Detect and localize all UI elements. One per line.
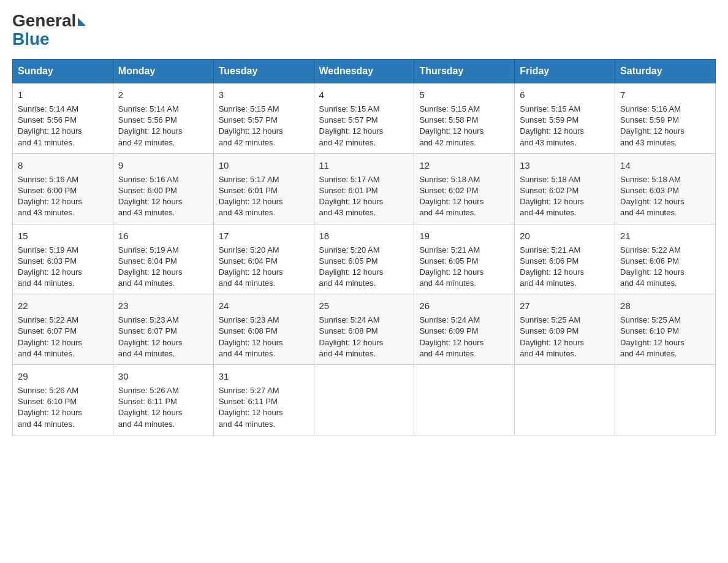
day-info: Sunrise: 5:15 AMSunset: 5:57 PMDaylight:… — [319, 104, 384, 147]
column-header-thursday: Thursday — [414, 59, 515, 83]
day-info: Sunrise: 5:27 AMSunset: 6:11 PMDaylight:… — [219, 386, 283, 429]
page-header: General Blue — [12, 12, 716, 49]
column-header-friday: Friday — [515, 59, 615, 83]
calendar-cell — [414, 365, 515, 435]
calendar-cell: 21 Sunrise: 5:22 AMSunset: 6:06 PMDaylig… — [615, 224, 716, 294]
day-info: Sunrise: 5:19 AMSunset: 6:03 PMDaylight:… — [18, 245, 82, 288]
calendar-cell: 8 Sunrise: 5:16 AMSunset: 6:00 PMDayligh… — [13, 153, 113, 224]
column-header-wednesday: Wednesday — [314, 59, 414, 83]
day-number: 12 — [419, 159, 509, 172]
day-number: 24 — [219, 299, 309, 312]
day-number: 23 — [118, 299, 208, 312]
logo: General Blue — [12, 12, 86, 49]
day-info: Sunrise: 5:18 AMSunset: 6:02 PMDaylight:… — [419, 175, 483, 218]
day-number: 3 — [219, 88, 309, 101]
calendar-cell: 16 Sunrise: 5:19 AMSunset: 6:04 PMDaylig… — [113, 224, 213, 294]
day-number: 5 — [419, 88, 509, 101]
calendar-cell: 6 Sunrise: 5:15 AMSunset: 5:59 PMDayligh… — [515, 83, 615, 154]
day-info: Sunrise: 5:16 AMSunset: 6:00 PMDaylight:… — [18, 175, 82, 218]
calendar-cell: 3 Sunrise: 5:15 AMSunset: 5:57 PMDayligh… — [213, 83, 314, 154]
calendar-cell: 24 Sunrise: 5:23 AMSunset: 6:08 PMDaylig… — [213, 294, 314, 365]
day-info: Sunrise: 5:18 AMSunset: 6:02 PMDaylight:… — [520, 175, 584, 218]
calendar-week-row: 8 Sunrise: 5:16 AMSunset: 6:00 PMDayligh… — [13, 153, 716, 224]
day-info: Sunrise: 5:17 AMSunset: 6:01 PMDaylight:… — [219, 175, 283, 218]
day-number: 16 — [118, 229, 208, 242]
day-info: Sunrise: 5:20 AMSunset: 6:05 PMDaylight:… — [319, 245, 384, 288]
day-number: 9 — [118, 159, 208, 172]
day-number: 17 — [219, 229, 309, 242]
logo-blue-text: Blue — [12, 29, 50, 49]
day-number: 14 — [620, 159, 710, 172]
calendar-cell: 9 Sunrise: 5:16 AMSunset: 6:00 PMDayligh… — [113, 153, 213, 224]
day-number: 13 — [520, 159, 610, 172]
column-header-monday: Monday — [113, 59, 213, 83]
day-number: 2 — [118, 88, 208, 101]
day-number: 21 — [620, 229, 710, 242]
day-number: 31 — [219, 370, 309, 383]
column-header-tuesday: Tuesday — [213, 59, 314, 83]
day-info: Sunrise: 5:18 AMSunset: 6:03 PMDaylight:… — [620, 175, 684, 218]
day-info: Sunrise: 5:25 AMSunset: 6:09 PMDaylight:… — [520, 315, 584, 358]
day-info: Sunrise: 5:23 AMSunset: 6:07 PMDaylight:… — [118, 315, 183, 358]
day-number: 30 — [118, 370, 208, 383]
logo-general-text: General — [12, 12, 86, 29]
calendar-cell: 1 Sunrise: 5:14 AMSunset: 5:56 PMDayligh… — [13, 83, 113, 154]
calendar-cell: 5 Sunrise: 5:15 AMSunset: 5:58 PMDayligh… — [414, 83, 515, 154]
day-info: Sunrise: 5:16 AMSunset: 6:00 PMDaylight:… — [118, 175, 183, 218]
calendar-cell: 20 Sunrise: 5:21 AMSunset: 6:06 PMDaylig… — [515, 224, 615, 294]
day-number: 7 — [620, 88, 710, 101]
day-info: Sunrise: 5:24 AMSunset: 6:09 PMDaylight:… — [419, 315, 483, 358]
calendar-cell — [615, 365, 716, 435]
day-info: Sunrise: 5:17 AMSunset: 6:01 PMDaylight:… — [319, 175, 384, 218]
day-number: 27 — [520, 299, 610, 312]
day-number: 26 — [419, 299, 509, 312]
calendar-cell: 2 Sunrise: 5:14 AMSunset: 5:56 PMDayligh… — [113, 83, 213, 154]
calendar-cell: 18 Sunrise: 5:20 AMSunset: 6:05 PMDaylig… — [314, 224, 414, 294]
day-number: 4 — [319, 88, 409, 101]
day-info: Sunrise: 5:21 AMSunset: 6:05 PMDaylight:… — [419, 245, 483, 288]
day-info: Sunrise: 5:16 AMSunset: 5:59 PMDaylight:… — [620, 104, 684, 147]
day-info: Sunrise: 5:15 AMSunset: 5:57 PMDaylight:… — [219, 104, 283, 147]
calendar-cell: 12 Sunrise: 5:18 AMSunset: 6:02 PMDaylig… — [414, 153, 515, 224]
day-number: 6 — [520, 88, 610, 101]
day-info: Sunrise: 5:26 AMSunset: 6:10 PMDaylight:… — [18, 386, 82, 429]
day-info: Sunrise: 5:23 AMSunset: 6:08 PMDaylight:… — [219, 315, 283, 358]
day-number: 1 — [18, 88, 108, 101]
day-number: 22 — [18, 299, 108, 312]
calendar-cell: 19 Sunrise: 5:21 AMSunset: 6:05 PMDaylig… — [414, 224, 515, 294]
day-number: 8 — [18, 159, 108, 172]
day-info: Sunrise: 5:24 AMSunset: 6:08 PMDaylight:… — [319, 315, 384, 358]
column-header-sunday: Sunday — [13, 59, 113, 83]
day-info: Sunrise: 5:22 AMSunset: 6:07 PMDaylight:… — [18, 315, 82, 358]
calendar-cell — [314, 365, 414, 435]
calendar-week-row: 15 Sunrise: 5:19 AMSunset: 6:03 PMDaylig… — [13, 224, 716, 294]
calendar-cell: 26 Sunrise: 5:24 AMSunset: 6:09 PMDaylig… — [414, 294, 515, 365]
calendar-cell: 11 Sunrise: 5:17 AMSunset: 6:01 PMDaylig… — [314, 153, 414, 224]
calendar-week-row: 29 Sunrise: 5:26 AMSunset: 6:10 PMDaylig… — [13, 365, 716, 435]
calendar-cell: 27 Sunrise: 5:25 AMSunset: 6:09 PMDaylig… — [515, 294, 615, 365]
calendar-cell: 4 Sunrise: 5:15 AMSunset: 5:57 PMDayligh… — [314, 83, 414, 154]
day-info: Sunrise: 5:14 AMSunset: 5:56 PMDaylight:… — [18, 104, 82, 147]
day-info: Sunrise: 5:26 AMSunset: 6:11 PMDaylight:… — [118, 386, 183, 429]
day-info: Sunrise: 5:21 AMSunset: 6:06 PMDaylight:… — [520, 245, 584, 288]
day-info: Sunrise: 5:19 AMSunset: 6:04 PMDaylight:… — [118, 245, 183, 288]
calendar-cell: 23 Sunrise: 5:23 AMSunset: 6:07 PMDaylig… — [113, 294, 213, 365]
day-info: Sunrise: 5:15 AMSunset: 5:59 PMDaylight:… — [520, 104, 584, 147]
calendar-week-row: 1 Sunrise: 5:14 AMSunset: 5:56 PMDayligh… — [13, 83, 716, 154]
calendar-cell: 14 Sunrise: 5:18 AMSunset: 6:03 PMDaylig… — [615, 153, 716, 224]
day-info: Sunrise: 5:15 AMSunset: 5:58 PMDaylight:… — [419, 104, 483, 147]
day-info: Sunrise: 5:22 AMSunset: 6:06 PMDaylight:… — [620, 245, 684, 288]
calendar-header-row: SundayMondayTuesdayWednesdayThursdayFrid… — [13, 59, 716, 83]
calendar-cell: 25 Sunrise: 5:24 AMSunset: 6:08 PMDaylig… — [314, 294, 414, 365]
day-number: 29 — [18, 370, 108, 383]
calendar-cell: 31 Sunrise: 5:27 AMSunset: 6:11 PMDaylig… — [213, 365, 314, 435]
calendar-week-row: 22 Sunrise: 5:22 AMSunset: 6:07 PMDaylig… — [13, 294, 716, 365]
day-info: Sunrise: 5:20 AMSunset: 6:04 PMDaylight:… — [219, 245, 283, 288]
calendar-cell: 30 Sunrise: 5:26 AMSunset: 6:11 PMDaylig… — [113, 365, 213, 435]
calendar-cell: 13 Sunrise: 5:18 AMSunset: 6:02 PMDaylig… — [515, 153, 615, 224]
calendar-cell: 29 Sunrise: 5:26 AMSunset: 6:10 PMDaylig… — [13, 365, 113, 435]
calendar-cell: 15 Sunrise: 5:19 AMSunset: 6:03 PMDaylig… — [13, 224, 113, 294]
day-number: 11 — [319, 159, 409, 172]
calendar-table: SundayMondayTuesdayWednesdayThursdayFrid… — [12, 59, 716, 435]
calendar-cell: 17 Sunrise: 5:20 AMSunset: 6:04 PMDaylig… — [213, 224, 314, 294]
